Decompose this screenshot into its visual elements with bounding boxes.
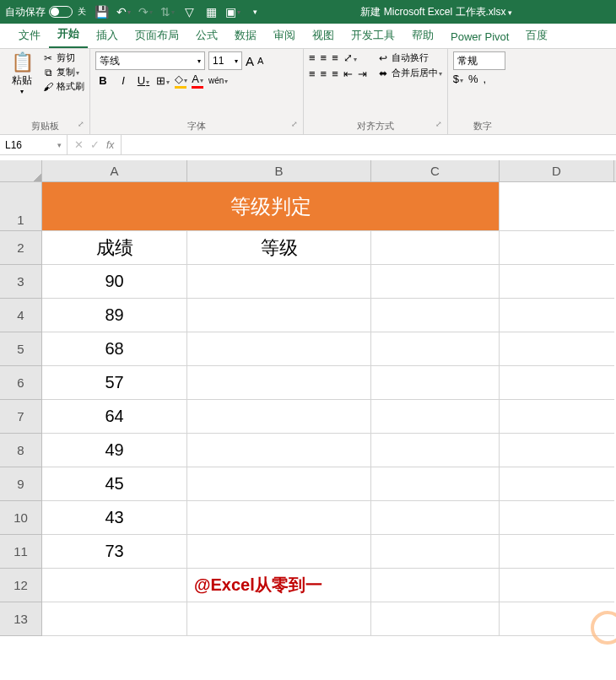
cell-b7[interactable] xyxy=(187,400,371,434)
align-left-button[interactable]: ≡ xyxy=(309,67,316,80)
tab-review[interactable]: 审阅 xyxy=(265,23,304,48)
underline-button[interactable]: U xyxy=(136,74,151,87)
cell-d8[interactable] xyxy=(500,434,614,467)
col-header-c[interactable]: C xyxy=(371,160,500,181)
tab-baidu[interactable]: 百度 xyxy=(517,23,556,48)
cell-d2[interactable] xyxy=(500,231,614,265)
cell-a13[interactable] xyxy=(42,602,187,636)
cell-c3[interactable] xyxy=(371,265,500,299)
row-header-8[interactable]: 8 xyxy=(0,434,42,467)
sort-icon[interactable]: ⇅ xyxy=(160,5,174,19)
cell-d11[interactable] xyxy=(500,535,614,569)
cell-merged-title[interactable]: 等级判定 xyxy=(42,182,500,231)
wrap-text-button[interactable]: ↩自动换行 xyxy=(377,51,442,64)
cell-b4[interactable] xyxy=(187,299,371,332)
cell-b10[interactable] xyxy=(187,501,371,535)
increase-font-button[interactable]: A xyxy=(246,54,254,68)
cell-c4[interactable] xyxy=(371,299,500,332)
percent-button[interactable]: % xyxy=(468,73,478,85)
cell-a12[interactable] xyxy=(42,569,187,602)
row-header-9[interactable]: 9 xyxy=(0,467,42,501)
row-header-11[interactable]: 11 xyxy=(0,535,42,569)
tab-data[interactable]: 数据 xyxy=(226,23,265,48)
tab-home[interactable]: 开始 xyxy=(49,21,88,48)
cell-b9[interactable] xyxy=(187,467,371,501)
cell-a6[interactable]: 57 xyxy=(42,366,187,400)
row-header-12[interactable]: 12 xyxy=(0,569,42,602)
phonetic-button[interactable]: wén xyxy=(208,76,228,85)
cell-c6[interactable] xyxy=(371,366,500,400)
cell-b13[interactable] xyxy=(187,602,371,636)
camera-icon[interactable]: ▣ xyxy=(226,5,240,19)
tab-formula[interactable]: 公式 xyxy=(187,23,226,48)
cell-d3[interactable] xyxy=(500,265,614,299)
undo-icon[interactable]: ↶ xyxy=(116,5,130,19)
border-button[interactable]: ⊞ xyxy=(156,74,170,87)
row-header-6[interactable]: 6 xyxy=(0,366,42,400)
cell-d4[interactable] xyxy=(500,299,614,332)
row-header-13[interactable]: 13 xyxy=(0,602,42,636)
select-all-corner[interactable] xyxy=(0,160,42,181)
row-header-10[interactable]: 10 xyxy=(0,501,42,535)
accept-formula-icon[interactable]: ✓ xyxy=(90,138,100,151)
cell-a8[interactable]: 49 xyxy=(42,434,187,467)
align-top-button[interactable]: ≡ xyxy=(309,51,316,64)
indent-decrease-button[interactable]: ⇤ xyxy=(343,67,353,80)
paste-button[interactable]: 📋 粘贴 ▾ xyxy=(5,51,39,95)
cell-d7[interactable] xyxy=(500,400,614,434)
row-header-4[interactable]: 4 xyxy=(0,299,42,332)
cell-c13[interactable] xyxy=(371,602,500,636)
cell-a10[interactable]: 43 xyxy=(42,501,187,535)
clipboard-launcher-icon[interactable]: ⤢ xyxy=(78,120,84,128)
cell-c12[interactable] xyxy=(371,569,500,602)
autosave-toggle[interactable]: 自动保存 关 xyxy=(5,5,86,19)
cell-a5[interactable]: 68 xyxy=(42,332,187,366)
cell-c10[interactable] xyxy=(371,501,500,535)
cell-d5[interactable] xyxy=(500,332,614,366)
cancel-formula-icon[interactable]: ✕ xyxy=(74,138,84,151)
row-header-7[interactable]: 7 xyxy=(0,400,42,434)
merge-center-button[interactable]: ⬌合并后居中 xyxy=(377,67,442,79)
font-launcher-icon[interactable]: ⤢ xyxy=(291,120,298,128)
cell-b11[interactable] xyxy=(187,535,371,569)
cell-a11[interactable]: 73 xyxy=(42,535,187,569)
cut-button[interactable]: ✂剪切 xyxy=(42,51,84,64)
fx-icon[interactable]: fx xyxy=(106,139,114,151)
font-name-select[interactable]: 等线▾ xyxy=(95,51,205,70)
cell-b6[interactable] xyxy=(187,366,371,400)
cell-d10[interactable] xyxy=(500,501,614,535)
cell-c7[interactable] xyxy=(371,400,500,434)
cell-a9[interactable]: 45 xyxy=(42,467,187,501)
table-icon[interactable]: ▦ xyxy=(204,5,218,19)
tab-help[interactable]: 帮助 xyxy=(403,23,442,48)
cell-c9[interactable] xyxy=(371,467,500,501)
cell-d6[interactable] xyxy=(500,366,614,400)
save-icon[interactable]: 💾 xyxy=(95,5,108,19)
cell-b3[interactable] xyxy=(187,265,371,299)
align-middle-button[interactable]: ≡ xyxy=(321,51,327,64)
align-launcher-icon[interactable]: ⤢ xyxy=(435,120,442,128)
cell-b2[interactable]: 等级 xyxy=(187,231,371,265)
cell-d12[interactable] xyxy=(500,569,614,602)
cell-b8[interactable] xyxy=(187,434,371,467)
tab-file[interactable]: 文件 xyxy=(10,23,49,48)
comma-button[interactable]: , xyxy=(484,73,487,85)
font-size-select[interactable]: 11▾ xyxy=(208,51,242,70)
font-color-button[interactable]: A xyxy=(192,73,203,89)
copy-button[interactable]: ⧉复制 xyxy=(42,66,84,78)
row-header-5[interactable]: 5 xyxy=(0,332,42,366)
paste-dropdown-icon[interactable]: ▾ xyxy=(20,88,24,95)
decrease-font-button[interactable]: A xyxy=(257,56,263,66)
tab-dev[interactable]: 开发工具 xyxy=(343,23,403,48)
row-header-1[interactable]: 1 xyxy=(0,182,42,231)
filter-icon[interactable]: ▽ xyxy=(182,5,196,19)
orientation-button[interactable]: ⤢ xyxy=(343,51,357,64)
tab-insert[interactable]: 插入 xyxy=(88,23,127,48)
formula-input[interactable] xyxy=(122,135,616,154)
bold-button[interactable]: B xyxy=(95,74,111,87)
cell-c8[interactable] xyxy=(371,434,500,467)
cell-d1[interactable] xyxy=(500,182,614,231)
align-right-button[interactable]: ≡ xyxy=(332,67,338,80)
fill-color-button[interactable]: ◇ xyxy=(175,73,186,89)
redo-icon[interactable]: ↷ xyxy=(138,5,152,19)
